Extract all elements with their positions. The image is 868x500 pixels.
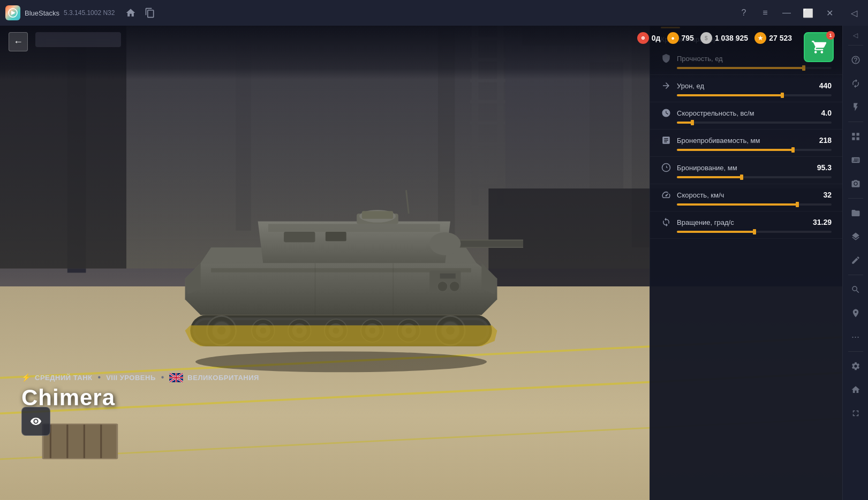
stat-value-2: 4.0 bbox=[821, 109, 832, 117]
pencil-icon bbox=[851, 255, 861, 265]
sidebar-divider-2 bbox=[848, 122, 863, 122]
stat-value-6: 31.29 bbox=[813, 218, 832, 226]
star-currency: ★ 27 523 bbox=[754, 32, 792, 44]
separator-1: • bbox=[98, 373, 101, 382]
stats-panel: Chimera Краткие характеристики bbox=[650, 26, 842, 500]
tank-nation-label: ВЕЛИКОБРИТАНИЯ bbox=[187, 374, 259, 382]
svg-rect-81 bbox=[284, 232, 315, 242]
svg-line-88 bbox=[406, 190, 409, 214]
svg-point-74 bbox=[437, 281, 447, 291]
stat-bar-fill-4 bbox=[677, 176, 742, 178]
stat-bar-fill-3 bbox=[677, 149, 793, 151]
question-icon bbox=[851, 55, 861, 65]
app-version: 5.3.145.1002 N32 bbox=[64, 9, 115, 17]
tank-class-row: ⚡ СРЕДНИЙ ТАНК • VIII УРОВЕНЬ • bbox=[21, 373, 259, 382]
help-button[interactable]: ? bbox=[735, 4, 752, 21]
sidebar-camera-button[interactable] bbox=[845, 173, 866, 194]
od-icon: ⊕ bbox=[637, 32, 649, 44]
star-icon: ★ bbox=[754, 32, 766, 44]
stat-item: Бронепробиваемость, мм 218 bbox=[650, 130, 842, 157]
stat-item: Бронирование, мм 95.3 bbox=[650, 157, 842, 184]
sidebar-location-button[interactable] bbox=[845, 302, 866, 324]
stat-bar-fill-5 bbox=[677, 203, 797, 206]
sidebar-divider-5 bbox=[848, 351, 863, 352]
home-nav-icon[interactable] bbox=[125, 7, 136, 18]
sidebar-divider-1 bbox=[848, 45, 863, 46]
fullscreen-icon bbox=[851, 408, 861, 418]
titlebar-nav bbox=[125, 7, 155, 18]
sidebar-divider-4 bbox=[848, 275, 863, 275]
od-value: 0д bbox=[652, 34, 661, 42]
stat-icon-3 bbox=[661, 135, 671, 146]
back-button[interactable]: ← bbox=[9, 32, 28, 51]
expand-sidebar-button[interactable]: ◁ bbox=[851, 31, 860, 40]
silver-currency: $ 1 038 925 bbox=[700, 32, 748, 44]
app-name: BlueStacks bbox=[25, 9, 59, 17]
sidebar-grid-button[interactable] bbox=[845, 126, 866, 147]
settings-icon bbox=[851, 361, 861, 371]
stat-icon-5 bbox=[661, 190, 671, 200]
sidebar-layers-button[interactable] bbox=[845, 226, 866, 247]
gold-currency: ● 795 bbox=[667, 32, 694, 44]
stat-value-4: 95.3 bbox=[817, 163, 832, 172]
sidebar-lightning-button[interactable] bbox=[845, 96, 866, 118]
stat-item: Скорость, км/ч 32 bbox=[650, 184, 842, 211]
svg-rect-77 bbox=[268, 224, 440, 232]
search-icon bbox=[851, 285, 861, 294]
sidebar-pencil-button[interactable] bbox=[845, 249, 866, 271]
sidebar-search-button[interactable] bbox=[845, 279, 866, 300]
stat-bar-fill-1 bbox=[677, 94, 782, 96]
silver-icon: $ bbox=[700, 32, 712, 44]
sidebar-fullscreen-button[interactable] bbox=[845, 403, 866, 424]
eye-icon bbox=[30, 415, 42, 427]
close-button[interactable]: ✕ bbox=[821, 4, 838, 21]
svg-rect-73 bbox=[440, 274, 455, 279]
sidebar-rotate-button[interactable] bbox=[845, 73, 866, 94]
od-currency: ⊕ 0д bbox=[637, 32, 661, 44]
restore-button[interactable]: ⬜ bbox=[799, 4, 817, 21]
cart-icon bbox=[811, 40, 826, 55]
stat-value-3: 218 bbox=[819, 136, 832, 145]
camera-icon bbox=[851, 179, 861, 188]
sidebar-settings-button[interactable] bbox=[845, 355, 866, 377]
expand-button[interactable]: ◁ bbox=[846, 4, 863, 21]
stat-label-2: Скорострельность, вс/м bbox=[677, 109, 754, 117]
stat-icon-2 bbox=[661, 108, 671, 118]
stat-bar-fill-2 bbox=[677, 122, 692, 124]
tank-class-icon: ⚡ bbox=[21, 373, 31, 382]
preview-button[interactable] bbox=[21, 407, 50, 436]
instance-nav-icon[interactable] bbox=[145, 7, 155, 18]
stat-value-1: 440 bbox=[819, 81, 832, 90]
minimize-button[interactable]: — bbox=[778, 4, 795, 21]
sidebar-keyboard-button[interactable] bbox=[845, 149, 866, 171]
uk-flag-icon bbox=[169, 373, 183, 382]
layers-icon bbox=[851, 232, 861, 241]
svg-marker-91 bbox=[481, 263, 497, 294]
svg-rect-82 bbox=[325, 232, 346, 241]
main-layout: ← ⊕ 0д ● 795 $ 1 038 925 bbox=[0, 26, 868, 500]
stat-label-4: Бронирование, мм bbox=[677, 164, 737, 172]
shop-button[interactable]: 1 bbox=[804, 32, 834, 62]
folder-icon bbox=[851, 208, 861, 218]
menu-button[interactable]: ≡ bbox=[757, 4, 774, 21]
separator-2: • bbox=[161, 373, 164, 382]
sidebar-dots-button[interactable]: ··· bbox=[845, 326, 866, 347]
lightning-icon bbox=[851, 102, 861, 112]
svg-rect-80 bbox=[361, 211, 393, 219]
sidebar-folder-button[interactable] bbox=[845, 202, 866, 224]
svg-marker-89 bbox=[185, 325, 497, 346]
keyboard-icon bbox=[851, 155, 861, 165]
stat-label-1: Урон, ед bbox=[677, 82, 704, 90]
tank-tier-label: VIII УРОВЕНЬ bbox=[106, 374, 156, 382]
svg-point-75 bbox=[449, 281, 459, 291]
stat-bar-bg-4 bbox=[677, 176, 832, 178]
sidebar-question-button[interactable] bbox=[845, 49, 866, 71]
stat-bar-bg-5 bbox=[677, 203, 832, 206]
stat-icon-4 bbox=[661, 162, 671, 173]
sidebar-home-button[interactable] bbox=[845, 379, 866, 400]
stat-bar-bg-1 bbox=[677, 94, 832, 96]
rotate-icon bbox=[851, 79, 861, 88]
stat-label-6: Вращение, град/с bbox=[677, 218, 734, 226]
sidebar-divider-3 bbox=[848, 198, 863, 199]
svg-point-87 bbox=[429, 232, 461, 255]
